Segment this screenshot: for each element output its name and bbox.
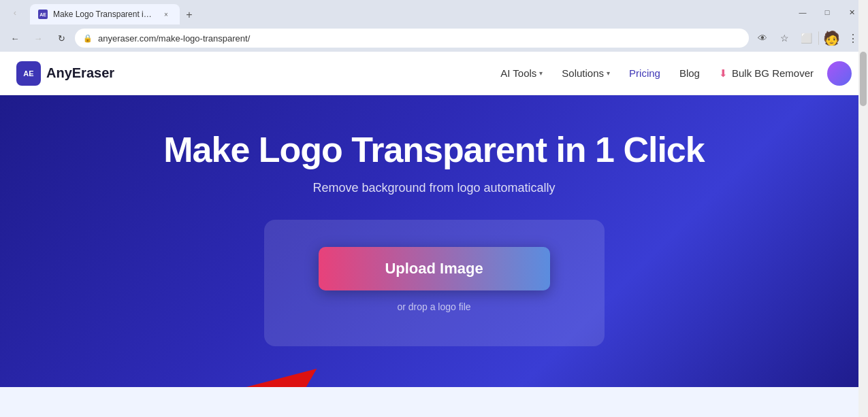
- tab-nav-left: ‹: [5, 3, 25, 22]
- maximize-btn[interactable]: □: [816, 3, 838, 22]
- bulk-btn-label: Bulk BG Remover: [732, 67, 814, 79]
- nav-ai-tools-label: AI Tools: [500, 67, 536, 79]
- refresh-btn[interactable]: ↻: [52, 29, 71, 48]
- navbar: AE AnyEraser AI Tools ▾ Solutions ▾ Pric…: [0, 52, 868, 95]
- title-bar: ‹ AE Make Logo Transparent in 1 Cl × + —…: [0, 0, 868, 24]
- nav-pricing-label: Pricing: [629, 67, 660, 79]
- tab-strip: AE Make Logo Transparent in 1 Cl × +: [30, 0, 199, 24]
- page: AE AnyEraser AI Tools ▾ Solutions ▾ Pric…: [0, 52, 868, 387]
- brand-name: AnyEraser: [46, 65, 114, 81]
- logo-icon: AE: [16, 61, 41, 86]
- new-tab-btn[interactable]: +: [180, 5, 199, 24]
- scrollbar-thumb[interactable]: [860, 52, 867, 106]
- bulk-bg-remover-btn[interactable]: ⬇ Bulk BG Remover: [719, 67, 814, 80]
- minimize-btn[interactable]: —: [792, 3, 814, 22]
- forward-btn[interactable]: →: [29, 29, 48, 48]
- hero-content: Upload Image or drop a logo file: [264, 220, 605, 346]
- active-tab[interactable]: AE Make Logo Transparent in 1 Cl ×: [30, 4, 180, 24]
- star-btn[interactable]: ☆: [775, 29, 794, 48]
- browser-chrome: ‹ AE Make Logo Transparent in 1 Cl × + —…: [0, 0, 868, 52]
- upload-area: Upload Image or drop a logo file: [264, 220, 605, 346]
- eye-btn[interactable]: 👁: [753, 29, 772, 48]
- browser-actions: 👁 ☆ ⬜ 🧑 ⋮: [753, 29, 863, 48]
- ai-tools-chevron-icon: ▾: [539, 69, 543, 77]
- tab-close-btn[interactable]: ×: [161, 9, 172, 20]
- svg-line-1: [203, 380, 302, 387]
- back-btn[interactable]: ←: [5, 29, 25, 48]
- tab-favicon: AE: [38, 10, 48, 19]
- solutions-chevron-icon: ▾: [607, 69, 610, 77]
- address-bar: ← → ↻ 🔒 anyeraser.com/make-logo-transpar…: [0, 24, 868, 52]
- window-controls: — □ ✕: [792, 3, 863, 22]
- nav-blog-label: Blog: [679, 67, 700, 79]
- red-arrow: [182, 339, 332, 387]
- drop-text: or drop a logo file: [397, 301, 470, 312]
- tab-prev-btn[interactable]: ‹: [5, 3, 25, 22]
- nav-links: AI Tools ▾ Solutions ▾ Pricing Blog ⬇ Bu…: [500, 67, 814, 80]
- hero-title: Make Logo Transparent in 1 Click: [163, 129, 704, 170]
- profile-btn[interactable]: 🧑: [822, 29, 841, 48]
- upload-image-btn[interactable]: Upload Image: [319, 247, 550, 290]
- nav-pricing[interactable]: Pricing: [629, 67, 660, 79]
- hero-section: Make Logo Transparent in 1 Click Remove …: [0, 95, 868, 387]
- lock-icon: 🔒: [83, 34, 93, 43]
- menu-divider: [818, 31, 819, 45]
- user-avatar[interactable]: [827, 61, 852, 86]
- extensions-btn[interactable]: ⬜: [797, 29, 816, 48]
- address-input[interactable]: 🔒 anyeraser.com/make-logo-transparent/: [75, 29, 749, 48]
- nav-solutions[interactable]: Solutions ▾: [562, 67, 610, 79]
- bulk-icon: ⬇: [719, 67, 728, 80]
- nav-ai-tools[interactable]: AI Tools ▾: [500, 67, 543, 79]
- address-url: anyeraser.com/make-logo-transparent/: [98, 33, 741, 44]
- nav-solutions-label: Solutions: [562, 67, 604, 79]
- logo[interactable]: AE AnyEraser: [16, 61, 114, 86]
- scrollbar-track: [858, 0, 868, 417]
- hero-subtitle: Remove background from logo automaticall…: [312, 181, 555, 195]
- nav-blog[interactable]: Blog: [679, 67, 700, 79]
- tab-title: Make Logo Transparent in 1 Cl: [53, 10, 155, 19]
